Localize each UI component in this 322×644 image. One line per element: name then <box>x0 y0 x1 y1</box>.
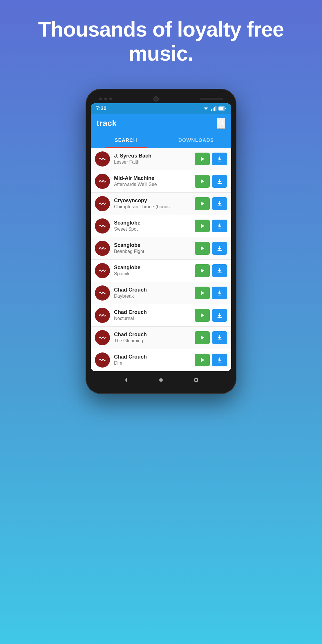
track-actions <box>195 153 227 165</box>
phone-screen: 7:30 <box>91 103 231 371</box>
track-artist: J. Syreus Bach <box>114 153 191 159</box>
track-title: Dim <box>114 361 191 366</box>
svg-marker-32 <box>201 313 204 317</box>
download-button[interactable] <box>212 242 227 255</box>
download-button[interactable] <box>212 220 227 232</box>
track-info: Chad Crouch Dim <box>114 354 191 366</box>
download-button[interactable] <box>212 287 227 299</box>
track-avatar-icon <box>98 311 107 320</box>
track-info: Scanglobe Sputnik <box>114 265 191 276</box>
download-button[interactable] <box>212 309 227 322</box>
play-button[interactable] <box>195 220 210 232</box>
track-title: Afterwards We'll See <box>114 182 191 187</box>
play-button[interactable] <box>195 287 210 299</box>
svg-rect-15 <box>218 183 222 184</box>
track-artist: Chad Crouch <box>114 287 191 293</box>
download-button[interactable] <box>212 153 227 165</box>
svg-marker-40 <box>125 378 127 382</box>
play-button[interactable] <box>195 197 210 210</box>
track-item: Scanglobe Sputnik <box>91 260 231 282</box>
track-actions <box>195 175 227 188</box>
home-icon <box>158 377 164 383</box>
download-icon <box>216 156 223 162</box>
tab-downloads[interactable]: DOWNLOADS <box>161 133 231 148</box>
play-button[interactable] <box>195 153 210 165</box>
track-list: J. Syreus Bach Lesser Faith <box>91 148 231 371</box>
phone-speaker <box>200 98 223 100</box>
track-avatar <box>95 285 110 301</box>
play-icon <box>199 267 205 274</box>
track-avatar <box>95 330 110 345</box>
download-button[interactable] <box>212 175 227 188</box>
status-bar: 7:30 <box>91 103 231 114</box>
track-item: Mid-Air Machine Afterwards We'll See <box>91 170 231 193</box>
track-avatar-icon <box>98 155 107 163</box>
play-icon <box>199 223 205 229</box>
track-artist: Mid-Air Machine <box>114 175 191 181</box>
recents-icon <box>193 377 200 383</box>
track-info: Chad Crouch The Gloaming <box>114 332 191 343</box>
signal-icon <box>211 106 217 111</box>
tabs: SEARCH DOWNLOADS <box>91 133 231 148</box>
play-button[interactable] <box>195 175 210 188</box>
play-button[interactable] <box>195 354 210 366</box>
svg-marker-38 <box>201 358 204 362</box>
track-avatar-icon <box>98 244 107 253</box>
track-avatar <box>95 218 110 234</box>
track-item: Scanglobe Beanbag Fight <box>91 237 231 260</box>
svg-rect-24 <box>218 250 222 251</box>
back-icon <box>122 377 129 383</box>
svg-rect-33 <box>218 317 222 318</box>
track-item: Chad Crouch Dim <box>91 349 231 371</box>
track-title: The Gloaming <box>114 338 191 343</box>
track-actions <box>195 197 227 210</box>
tab-search[interactable]: SEARCH <box>91 133 161 148</box>
play-button[interactable] <box>195 331 210 344</box>
play-button[interactable] <box>195 309 210 322</box>
nav-home-button[interactable] <box>157 376 165 384</box>
nav-recents-button[interactable] <box>192 376 200 384</box>
svg-marker-35 <box>201 335 204 340</box>
track-actions <box>195 242 227 255</box>
svg-rect-12 <box>218 161 222 161</box>
search-button[interactable] <box>217 118 225 129</box>
svg-rect-1 <box>211 109 212 111</box>
track-title: Sputnik <box>114 271 191 276</box>
hero-tagline: Thousands of loyalty free music. <box>0 17 322 66</box>
svg-rect-6 <box>219 107 224 110</box>
track-avatar-icon <box>98 356 107 364</box>
download-button[interactable] <box>212 197 227 210</box>
play-button[interactable] <box>195 242 210 255</box>
download-button[interactable] <box>212 331 227 344</box>
download-button[interactable] <box>212 264 227 277</box>
download-icon <box>216 267 223 274</box>
track-artist: Scanglobe <box>114 242 191 248</box>
track-item: Scanglobe Sweet Spot <box>91 215 231 237</box>
svg-line-9 <box>222 123 224 125</box>
track-actions <box>195 309 227 322</box>
svg-rect-4 <box>216 106 216 111</box>
status-icons <box>203 106 226 111</box>
track-title: Lesser Faith <box>114 160 191 165</box>
svg-marker-17 <box>201 201 204 206</box>
download-icon <box>216 245 223 252</box>
nav-back-button[interactable] <box>122 376 130 384</box>
track-actions <box>195 264 227 277</box>
phone-home-bar <box>91 371 231 389</box>
svg-rect-30 <box>218 295 222 295</box>
track-title: Chiropteran Throne (bonus <box>114 204 191 209</box>
download-button[interactable] <box>212 354 227 366</box>
svg-point-41 <box>159 378 163 382</box>
svg-rect-7 <box>225 108 226 109</box>
svg-rect-3 <box>214 107 215 111</box>
svg-rect-27 <box>218 272 222 273</box>
svg-marker-23 <box>201 246 204 250</box>
play-icon <box>199 357 205 363</box>
svg-rect-18 <box>218 205 222 206</box>
phone-notch <box>91 94 231 103</box>
track-actions <box>195 287 227 299</box>
play-button[interactable] <box>195 264 210 277</box>
phone-camera <box>153 96 159 102</box>
track-avatar-icon <box>98 289 107 297</box>
track-info: J. Syreus Bach Lesser Faith <box>114 153 191 165</box>
